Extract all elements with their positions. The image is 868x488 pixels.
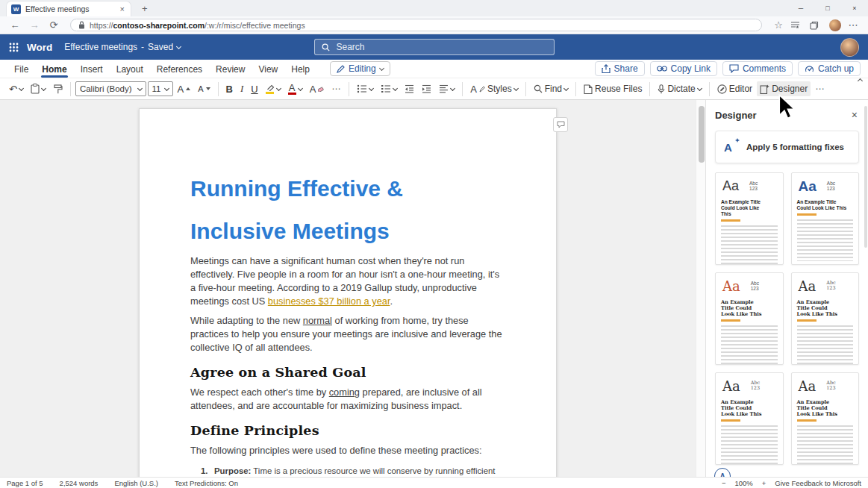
favorites-bar-icon[interactable] [790,21,805,30]
design-thumbnail-3[interactable]: Aa Abc123 An Example Title Could Look Li… [715,272,784,365]
language-indicator[interactable]: English (U.S.) [114,479,158,487]
grow-font-button[interactable]: A [175,83,194,96]
panel-close-icon[interactable]: × [850,109,859,121]
window-maximize-button[interactable]: □ [814,0,841,16]
feedback-link[interactable]: Give Feedback to Microsoft [775,479,861,487]
sample-abc: Abc123 [749,181,758,191]
document-canvas: Running Effective & Inclusive Meetings M… [0,100,696,477]
design-thumbnail-2[interactable]: Aa Abc123 An Example Title Could Look Li… [791,172,860,265]
app-name[interactable]: Word [27,42,52,53]
chevron-down-icon [19,85,24,90]
header-search[interactable] [314,39,555,55]
increase-indent-button[interactable] [419,82,434,96]
paste-button[interactable] [28,81,49,96]
editing-mode-dropdown[interactable]: Editing [330,61,390,76]
zoom-out-button[interactable]: − [722,479,726,487]
tab-review[interactable]: Review [209,61,252,77]
browser-tab-strip: W Effective meetings × + ─ □ × [0,0,868,16]
browser-menu-icon[interactable]: ⋯ [846,19,861,31]
document-title-menu[interactable]: Effective meetings - Saved [64,42,181,52]
font-color-button[interactable]: A [285,81,305,97]
document-title: Running Effective & Inclusive Meetings [190,167,502,252]
tab-view[interactable]: View [252,61,284,77]
document-scrollbar[interactable] [696,100,705,477]
toolbar-overflow-button[interactable]: ⋯ [812,81,828,96]
text-predictions-toggle[interactable]: Text Predictions: On [175,479,238,487]
italic-button[interactable]: I [237,81,246,97]
clear-formatting-button[interactable]: A [307,83,328,96]
document-page[interactable]: Running Effective & Inclusive Meetings M… [139,108,557,477]
font-size-value: 11 [152,84,161,93]
reuse-files-button[interactable]: Reuse Files [581,81,645,96]
window-minimize-button[interactable]: ─ [787,0,814,16]
refresh-button[interactable]: ⟳ [46,19,61,31]
design-thumbnail-1[interactable]: Aa Abc123 An Example Title Could Look Li… [715,172,784,265]
designer-button[interactable]: Designer [757,81,811,96]
highlight-color-button[interactable] [263,82,284,96]
underline-button[interactable]: U [248,81,260,97]
document-link[interactable]: normal [303,315,332,326]
address-bar[interactable]: https://contoso-sharepoint.com/:w:/r/mis… [70,19,762,31]
shrink-font-button[interactable]: A [195,83,213,96]
thumbnail-title: An Example Title Could Look Like This [797,199,849,211]
tab-home[interactable]: Home [35,61,73,77]
find-button[interactable]: Find [531,81,571,96]
zoom-level[interactable]: 100% [734,479,752,487]
catch-up-button[interactable]: Catch up [798,61,861,76]
page-count[interactable]: Page 1 of 5 [7,479,43,487]
apply-formatting-fixes-button[interactable]: A Apply 5 formatting fixes [715,131,859,163]
font-size-select[interactable]: 11 [148,81,173,96]
alignment-button[interactable] [436,82,458,96]
copy-link-button[interactable]: Copy Link [650,61,717,76]
editor-button[interactable]: Editor [714,81,755,96]
decrease-indent-button[interactable] [402,82,417,96]
browser-profile-avatar[interactable] [829,19,841,31]
favorite-star-icon[interactable]: ☆ [771,19,786,31]
comments-button[interactable]: Comments [722,61,793,76]
undo-icon: ↶ [9,84,17,95]
browser-tab[interactable]: W Effective meetings × [6,1,131,16]
tab-file[interactable]: File [7,61,35,77]
search-input[interactable] [335,41,547,53]
window-close-button[interactable]: × [841,0,868,16]
share-button[interactable]: Share [595,61,645,76]
back-button[interactable]: ← [7,19,22,31]
forward-button[interactable]: → [27,19,42,31]
comment-indicator[interactable] [553,117,568,132]
thumbnail-title: An Example Title Could Look Like This [721,299,765,317]
undo-button[interactable]: ↶ [6,81,26,97]
design-thumbnail-4[interactable]: Aa Abc123 An Example Title Could Look Li… [791,272,860,365]
numbering-button[interactable] [378,82,400,96]
account-avatar[interactable] [840,38,859,57]
home-ribbon-toolbar: ↶ Calibri (Body) 11 A A B I U [0,78,868,100]
app-launcher-icon[interactable] [0,34,27,60]
tab-references[interactable]: References [150,61,209,77]
doc-title-separator: - [141,42,144,52]
bullets-button[interactable] [354,82,376,96]
bold-button[interactable]: B [223,81,236,97]
dictate-button[interactable]: Dictate [655,81,704,96]
tab-insert[interactable]: Insert [74,61,110,77]
word-count[interactable]: 2,524 words [60,479,99,487]
zoom-in-button[interactable]: + [762,479,766,487]
collections-icon[interactable] [810,21,825,30]
more-font-options-button[interactable]: ⋯ [328,81,344,96]
format-painter-button[interactable] [50,82,66,96]
tab-close-icon[interactable]: × [119,4,126,13]
new-tab-button[interactable]: + [137,3,152,14]
design-thumbnail-5[interactable]: Aa Abc123 An Example Title Could Look Li… [715,372,784,465]
numbered-list-icon [381,84,391,93]
design-thumbnail-6[interactable]: Aa Abc123 An Example Title Could Look Li… [791,372,860,465]
font-name-select[interactable]: Calibri (Body) [75,81,146,96]
tab-layout[interactable]: Layout [110,61,150,77]
document-link[interactable]: coming [329,387,360,398]
document-link[interactable]: businesses $37 billion a year [268,295,390,307]
scrollbar-thumb[interactable] [699,106,705,163]
designer-footer-icon[interactable]: A [714,468,731,477]
thumbnail-title: An Example Title Could Look Like This [721,399,765,417]
collapse-ribbon-icon[interactable] [858,78,863,84]
styles-button[interactable]: A Styles [467,81,520,96]
paragraph: The following principles were used to de… [190,444,502,457]
tab-help[interactable]: Help [284,61,316,77]
panel-scrollbar-thumb[interactable] [864,106,867,248]
